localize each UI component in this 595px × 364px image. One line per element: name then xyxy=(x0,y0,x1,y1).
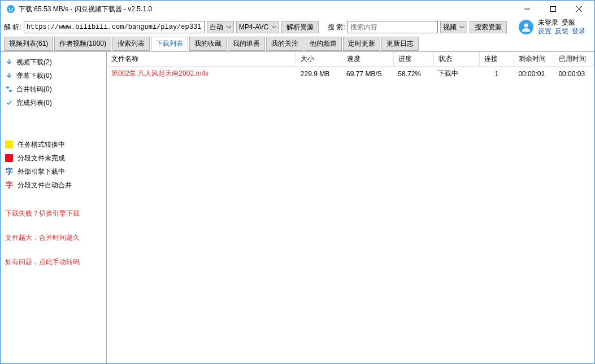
legend-section: 任务格式转换中 分段文件未完成 字 外部引擎下载中 字 分段文件自动合并 xyxy=(5,138,102,192)
col-speed[interactable]: 速度 xyxy=(342,52,393,67)
feedback-link[interactable]: 反馈 xyxy=(555,27,568,36)
sidebar-item-label: 视频下载(2) xyxy=(16,58,52,67)
titlebar: 下载:65.53 MB/s - 闪豆视频下载器 - v2.5.1.0 xyxy=(1,1,594,17)
cell-conn: 1 xyxy=(480,67,514,81)
chevron-down-icon xyxy=(460,26,464,29)
auto-select-value: 自动 xyxy=(210,23,223,32)
legend-label: 外部引擎下载中 xyxy=(18,167,65,177)
cell-size: 229.9 MB xyxy=(296,67,342,81)
sidebar-item-video-download[interactable]: 视频下载(2) xyxy=(5,55,102,69)
col-status[interactable]: 状态 xyxy=(433,52,479,67)
download-icon xyxy=(5,58,13,66)
svg-rect-4 xyxy=(551,7,556,12)
legend-label: 分段文件未完成 xyxy=(18,154,65,163)
toolbar: 解 析: 自动 MP4-AVC 解析资源 搜 索: 视频 搜索资源 未登录 受限… xyxy=(1,17,594,37)
search-label: 搜 索: xyxy=(328,23,345,32)
download-icon xyxy=(5,72,13,80)
content-area: 文件名称 大小 速度 进度 状态 连接 剩余时间 已用时间 第002集 凡人风起… xyxy=(107,52,594,363)
tip-merge-time[interactable]: 文件越大，合并时间越久 xyxy=(5,233,102,243)
tab-scheduled[interactable]: 定时更新 xyxy=(343,37,380,51)
tips-section: 下载失败？切换引擎下载 文件越大，合并时间越久 如有问题，点此手动转码 xyxy=(5,209,102,267)
chevron-down-icon xyxy=(272,26,276,29)
tab-download-list[interactable]: 下载列表 xyxy=(151,37,188,51)
main-area: 视频下载(2) 弹幕下载(0) 合并转码(0) 完成列表(0) 任务格式转换中 … xyxy=(1,51,594,363)
search-input[interactable] xyxy=(348,21,438,33)
col-conn[interactable]: 连接 xyxy=(480,52,514,67)
legend-swatch-red xyxy=(5,154,13,162)
legend-label: 分段文件自动合并 xyxy=(18,181,72,190)
table-row[interactable]: 第002集 凡人风起天南2002.m4s 229.9 MB 69.77 MB/S… xyxy=(107,67,594,81)
cell-status: 下载中 xyxy=(433,67,479,81)
legend-swatch-yellow xyxy=(5,141,13,148)
col-size[interactable]: 大小 xyxy=(296,52,342,67)
login-link[interactable]: 登录 xyxy=(572,27,585,36)
legend-char-red: 字 xyxy=(5,180,13,190)
window-title: 下载:65.53 MB/s - 闪豆视频下载器 - v2.5.1.0 xyxy=(19,5,152,14)
legend-char-blue: 字 xyxy=(5,166,13,177)
tip-switch-engine[interactable]: 下载失败？切换引擎下载 xyxy=(5,209,102,218)
svg-point-2 xyxy=(11,8,12,9)
tip-manual-transcode[interactable]: 如有问题，点此手动转码 xyxy=(5,257,102,267)
auto-select[interactable]: 自动 xyxy=(207,21,234,33)
sidebar-item-merge[interactable]: 合并转码(0) xyxy=(5,82,102,96)
col-progress[interactable]: 进度 xyxy=(393,52,433,67)
legend-label: 任务格式转换中 xyxy=(18,140,65,150)
search-type-value: 视频 xyxy=(443,23,457,32)
sidebar-item-completed[interactable]: 完成列表(0) xyxy=(5,96,102,109)
download-table: 文件名称 大小 速度 进度 状态 连接 剩余时间 已用时间 第002集 凡人风起… xyxy=(107,52,594,81)
chevron-down-icon xyxy=(227,26,231,29)
tab-bangumi[interactable]: 我的追番 xyxy=(228,37,265,51)
cell-elapsed: 00:00:03 xyxy=(554,67,594,81)
svg-point-7 xyxy=(524,24,528,28)
close-button[interactable] xyxy=(566,1,592,17)
avatar[interactable] xyxy=(519,20,533,34)
svg-point-0 xyxy=(7,5,15,13)
user-area: 未登录 受限 设置 反馈 登录 xyxy=(519,19,591,36)
cell-speed: 69.77 MB/S xyxy=(342,67,393,81)
sidebar-item-label: 合并转码(0) xyxy=(16,85,52,94)
tab-author-video[interactable]: 作者视频(1000) xyxy=(54,37,111,51)
tab-bar: 视频列表(61) 作者视频(1000) 搜索列表 下载列表 我的收藏 我的追番 … xyxy=(1,37,594,51)
legend-item: 分段文件未完成 xyxy=(5,151,102,165)
parse-label: 解 析: xyxy=(4,23,21,32)
format-select-value: MP4-AVC xyxy=(239,23,268,31)
tab-video-list[interactable]: 视频列表(61) xyxy=(4,37,53,51)
search-button[interactable]: 搜索资源 xyxy=(470,21,507,33)
merge-icon xyxy=(5,85,13,93)
tab-his-channel[interactable]: 他的频道 xyxy=(305,37,342,51)
sidebar: 视频下载(2) 弹幕下载(0) 合并转码(0) 完成列表(0) 任务格式转换中 … xyxy=(1,52,107,363)
settings-link[interactable]: 设置 xyxy=(538,27,551,36)
table-header-row: 文件名称 大小 速度 进度 状态 连接 剩余时间 已用时间 xyxy=(107,52,594,67)
sidebar-item-label: 弹幕下载(0) xyxy=(16,71,52,81)
minimize-button[interactable] xyxy=(514,1,540,17)
cell-filename: 第002集 凡人风起天南2002.m4s xyxy=(107,67,296,81)
cell-progress: 58.72% xyxy=(393,67,433,81)
limit-status: 受限 xyxy=(562,19,575,27)
tab-favorites[interactable]: 我的收藏 xyxy=(189,37,227,51)
maximize-button[interactable] xyxy=(540,1,566,17)
legend-item: 字 外部引擎下载中 xyxy=(5,165,102,178)
login-status: 未登录 xyxy=(538,19,558,27)
url-input[interactable] xyxy=(24,21,205,33)
cell-remain: 00:00:01 xyxy=(514,67,554,81)
sidebar-item-danmu-download[interactable]: 弹幕下载(0) xyxy=(5,69,102,82)
col-remain[interactable]: 剩余时间 xyxy=(514,52,554,67)
check-icon xyxy=(5,99,13,107)
svg-point-1 xyxy=(8,8,10,9)
app-icon xyxy=(6,5,15,14)
legend-item: 字 分段文件自动合并 xyxy=(5,178,102,192)
col-elapsed[interactable]: 已用时间 xyxy=(554,52,594,67)
format-select[interactable]: MP4-AVC xyxy=(236,21,279,33)
legend-item: 任务格式转换中 xyxy=(5,138,102,151)
parse-button[interactable]: 解析资源 xyxy=(281,21,319,33)
tab-search-list[interactable]: 搜索列表 xyxy=(112,37,150,51)
sidebar-item-label: 完成列表(0) xyxy=(16,98,52,108)
col-filename[interactable]: 文件名称 xyxy=(107,52,296,67)
tab-changelog[interactable]: 更新日志 xyxy=(381,37,419,51)
search-type-select[interactable]: 视频 xyxy=(440,21,467,33)
tab-following[interactable]: 我的关注 xyxy=(266,37,303,51)
